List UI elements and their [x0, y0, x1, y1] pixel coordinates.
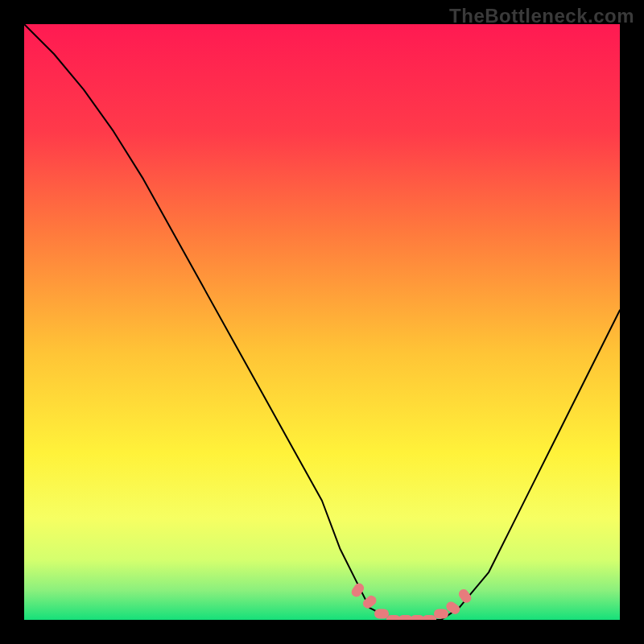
watermark-text: TheBottleneck.com	[449, 5, 634, 27]
svg-rect-2	[361, 593, 378, 610]
trough-markers	[24, 24, 620, 620]
chart-stage: TheBottleneck.com	[0, 0, 644, 644]
svg-rect-3	[374, 609, 389, 619]
svg-rect-8	[434, 609, 448, 619]
svg-rect-1	[349, 581, 365, 599]
svg-rect-10	[457, 588, 473, 605]
plot-area	[24, 24, 620, 620]
